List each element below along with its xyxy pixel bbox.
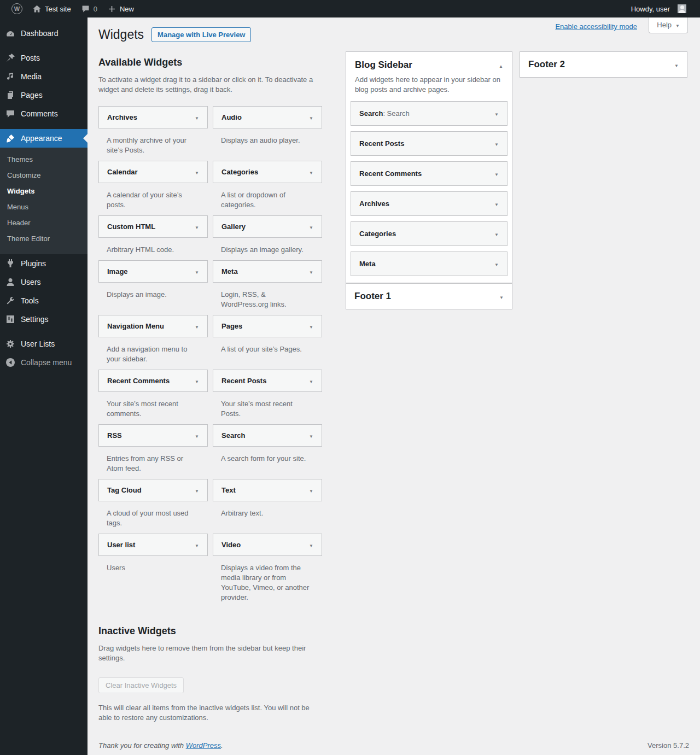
blog-sidebar-toggle[interactable]: Blog Sidebar [346,52,512,71]
widget-title: User list [107,541,135,549]
chevron-down-icon[interactable] [494,200,499,208]
version-text: Version 5.7.2 [648,741,689,750]
sidebar-item-settings[interactable]: Settings [0,310,88,329]
sidebar-item-user-lists[interactable]: User Lists [0,335,88,353]
available-widget-recent-posts: Recent Posts Your site’s most recent Pos… [213,370,322,419]
sidebar-item-users[interactable]: Users [0,273,88,291]
chevron-down-icon[interactable] [494,260,499,268]
sidebar-widget-archives[interactable]: Archives [351,191,508,216]
chevron-down-icon[interactable] [309,168,313,176]
widget-card[interactable]: RSS [98,424,208,447]
widget-card[interactable]: Text [213,479,322,501]
sidebar-item-appearance[interactable]: Appearance [0,129,88,148]
widget-card[interactable]: Pages [213,315,322,337]
chevron-down-icon[interactable] [309,267,313,276]
widget-title: Recent Posts [359,139,404,148]
widget-description: Users [98,556,208,573]
widget-card[interactable]: Image [98,260,208,283]
sidebar-item-media[interactable]: Media [0,67,88,86]
available-widget-gallery: Gallery Displays an image gallery. [213,215,322,255]
manage-live-preview-button[interactable]: Manage with Live Preview [151,27,251,42]
widget-card[interactable]: Categories [213,161,322,183]
wordpress-link[interactable]: WordPress [186,741,221,750]
my-account-menu[interactable]: Howdy, user [626,0,691,17]
chevron-down-icon[interactable] [195,322,199,330]
widget-card[interactable]: User list [98,534,208,556]
chevron-down-icon[interactable] [195,541,199,549]
chevron-down-icon[interactable] [195,431,199,440]
widget-card[interactable]: Archives [98,106,208,128]
sidebar-widget-recent-posts[interactable]: Recent Posts [351,131,508,156]
chevron-down-icon[interactable] [195,267,199,276]
available-widget-pages: Pages A list of your site’s Pages. [213,315,322,364]
chevron-down-icon[interactable] [309,541,313,549]
chevron-down-icon[interactable] [195,377,199,385]
chevron-down-icon[interactable] [195,223,199,231]
chevron-down-icon[interactable] [309,431,313,440]
sidebar-item-plugins[interactable]: Plugins [0,254,88,273]
sidebar-widget-search[interactable]: Search: Search [351,101,508,126]
thanks-text: Thank you for creating with WordPress. [98,741,223,750]
chevron-down-icon[interactable] [494,230,499,238]
comments-count: 0 [94,5,97,13]
widget-card[interactable]: Calendar [98,161,208,183]
widget-card[interactable]: Tag Cloud [98,479,208,501]
chevron-down-icon[interactable] [494,109,499,118]
site-name-link[interactable]: Test site [27,0,76,17]
available-widget-search: Search A search form for your site. [213,424,322,473]
widget-card[interactable]: Search [213,424,322,447]
sidebar-item-posts[interactable]: Posts [0,49,88,67]
sidebar-item-dashboard[interactable]: Dashboard [0,24,88,43]
sidebar-item-label: Dashboard [21,29,59,38]
widget-card[interactable]: Navigation Menu [98,315,208,337]
chevron-down-icon[interactable] [195,486,199,494]
chevron-down-icon[interactable] [309,377,313,385]
submenu-item-customize[interactable]: Customize [0,167,88,183]
available-widget-custom-html: Custom HTML Arbitrary HTML code. [98,215,208,255]
widget-card[interactable]: Meta [213,260,322,283]
chevron-down-icon[interactable] [195,168,199,176]
sidebar-widget-recent-comments[interactable]: Recent Comments [351,161,508,186]
chevron-down-icon[interactable] [309,113,313,121]
widget-card[interactable]: Recent Comments [98,370,208,392]
submenu-item-header[interactable]: Header [0,215,88,231]
widget-card[interactable]: Video [213,534,322,556]
sidebar-item-tools[interactable]: Tools [0,291,88,310]
admin-menu: Dashboard Posts Media Pages Comments App… [0,17,88,755]
wp-logo-menu[interactable] [7,0,27,17]
inactive-widgets-intro: Drag widgets here to remove them from th… [98,643,322,663]
chevron-down-icon[interactable] [309,223,313,231]
sidebar-item-pages[interactable]: Pages [0,86,88,104]
chevron-down-icon[interactable] [309,486,313,494]
chevron-down-icon[interactable] [494,139,499,148]
submenu-item-widgets[interactable]: Widgets [0,183,88,199]
submenu-item-menus[interactable]: Menus [0,199,88,215]
clear-inactive-widgets-button[interactable]: Clear Inactive Widgets [98,677,184,693]
chevron-up-icon[interactable] [499,61,503,69]
enable-accessibility-link[interactable]: Enable accessibility mode [555,22,637,31]
chevron-down-icon[interactable] [494,169,499,178]
available-widget-tag-cloud: Tag Cloud A cloud of your most used tags… [98,479,208,528]
new-content-menu[interactable]: New [102,0,139,17]
help-button[interactable]: Help [649,17,688,33]
widget-title: Recent Comments [107,377,170,385]
collapse-menu-button[interactable]: Collapse menu [0,353,88,372]
submenu-item-theme-editor[interactable]: Theme Editor [0,231,88,247]
chevron-down-icon[interactable] [674,61,679,69]
chevron-down-icon[interactable] [195,113,199,121]
widget-card[interactable]: Audio [213,106,322,128]
widget-card[interactable]: Custom HTML [98,215,208,238]
widget-card[interactable]: Recent Posts [213,370,322,392]
available-widget-audio: Audio Displays an audio player. [213,106,322,155]
chevron-down-icon[interactable] [499,292,504,301]
sidebar-widget-meta[interactable]: Meta [351,251,508,276]
widget-card[interactable]: Gallery [213,215,322,238]
chevron-down-icon[interactable] [309,322,313,330]
comments-admin-link[interactable]: 0 [76,0,102,17]
footer-2-toggle[interactable]: Footer 2 [520,52,687,77]
footer-1-toggle[interactable]: Footer 1 [346,284,512,309]
widget-description: Displays a video from the media library … [213,556,322,602]
sidebar-item-comments[interactable]: Comments [0,104,88,123]
sidebar-widget-categories[interactable]: Categories [351,221,508,246]
submenu-item-themes[interactable]: Themes [0,151,88,167]
